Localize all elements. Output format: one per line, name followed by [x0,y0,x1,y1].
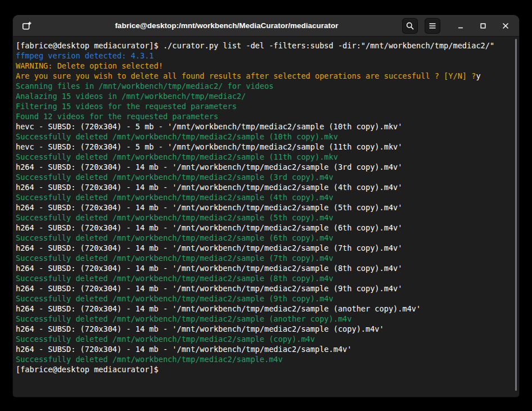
terminal-line: h264 - SUBSD: (720x304) - 14 mb - '/mnt/… [16,324,516,334]
minimize-button[interactable] [453,18,468,34]
window-controls [453,18,513,34]
terminal-text-segment: ffmpeg version detected: 4.3.1 [16,51,154,60]
terminal-text-segment: Successfully deleted /mnt/workbench/tmp/… [16,274,333,283]
scrollbar[interactable] [513,39,519,391]
window-title: fabrice@desktop:/mnt/workbench/MediaCura… [64,21,390,30]
terminal-window: fabrice@desktop:/mnt/workbench/MediaCura… [13,15,519,397]
new-tab-button[interactable] [19,18,34,34]
terminal-text-segment: h264 - SUBSD: (720x304) - 14 mb - '/mnt/… [16,223,402,232]
terminal-line: Are you sure you wish to delete all foun… [16,71,516,81]
terminal-line: h264 - SUBSD: (720x304) - 14 mb - '/mnt/… [16,202,516,213]
terminal-text-segment: h264 - SUBSD: (720x304) - 14 mb - '/mnt/… [16,304,421,313]
terminal-line: [fabrice@desktop mediacurator]$ ./curato… [16,40,516,51]
terminal-text-segment: Scanning files in /mnt/workbench/tmp/med… [16,82,273,91]
terminal-line: Successfully deleted /mnt/workbench/tmp/… [16,192,516,202]
terminal-line: Successfully deleted /mnt/workbench/tmp/… [16,334,516,344]
terminal-text-segment: Successfully deleted /mnt/workbench/tmp/… [16,152,338,161]
terminal-line: Found 12 videos for the requested parame… [16,111,516,121]
terminal-text-segment: h264 - SUBSD: (720x304) - 14 mb - '/mnt/… [16,324,384,333]
terminal-text-segment: h264 - SUBSD: (720x304) - 14 mb - '/mnt/… [16,284,402,293]
terminal-text-segment: Successfully deleted /mnt/workbench/tmp/… [16,314,351,323]
terminal-text-segment: y [476,71,480,80]
minimize-icon [456,21,465,30]
terminal-text-segment: Successfully deleted /mnt/workbench/tmp/… [16,213,333,222]
new-tab-icon [22,21,31,30]
terminal-text-segment: h264 - SUBSD: (720x304) - 14 mb - '/mnt/… [16,162,402,171]
close-button[interactable] [498,18,513,34]
terminal-line: Successfully deleted /mnt/workbench/tmp/… [16,233,516,243]
terminal-text-segment: Are you sure you wish to delete all foun… [16,71,476,80]
terminal-line: Successfully deleted /mnt/workbench/tmp/… [16,152,516,162]
terminal-line: Scanning files in /mnt/workbench/tmp/med… [16,81,516,91]
terminal-text-segment: [fabrice@desktop mediacurator]$ [16,365,163,374]
terminal-text-segment: hevc - SUBSD: (720x304) - 5 mb - '/mnt/w… [16,142,402,151]
terminal-text-segment: h264 - SUBSD: (720x304) - 14 mb - '/mnt/… [16,243,402,252]
terminal-text-segment: Analazing 15 videos in /mnt/workbench/tm… [16,92,246,101]
terminal-line: Successfully deleted /mnt/workbench/tmp/… [16,213,516,223]
terminal-text-segment: Successfully deleted /mnt/workbench/tmp/… [16,132,338,141]
terminal-line: Successfully deleted /mnt/workbench/tmp/… [16,354,516,364]
terminal-text-segment: h264 - SUBSD: (720x304) - 14 mb - '/mnt/… [16,183,402,192]
terminal-line: Successfully deleted /mnt/workbench/tmp/… [16,273,516,283]
terminal-text-segment: Successfully deleted /mnt/workbench/tmp/… [16,173,333,182]
scrollbar-thumb[interactable] [515,39,517,391]
terminal-text-segment: Found 12 videos for the requested parame… [16,112,218,121]
terminal-line: h264 - SUBSD: (720x304) - 14 mb - '/mnt/… [16,243,516,253]
terminal-line: h264 - SUBSD: (720x304) - 14 mb - '/mnt/… [16,182,516,192]
terminal-text-segment: WARNING: Delete option selected! [16,61,163,70]
terminal-line: Analazing 15 videos in /mnt/workbench/tm… [16,91,516,101]
terminal-text-segment: h264 - SUBSD: (720x304) - 14 mb - '/mnt/… [16,264,402,273]
terminal-line: h264 - SUBSD: (720x304) - 14 mb - '/mnt/… [16,162,516,172]
terminal-text-segment: Successfully deleted /mnt/workbench/tmp/… [16,355,283,364]
terminal-line: Successfully deleted /mnt/workbench/tmp/… [16,132,516,142]
terminal-line: Filtering 15 videos for the requested pa… [16,101,516,111]
maximize-icon [479,21,488,30]
terminal-text-segment: Successfully deleted /mnt/workbench/tmp/… [16,335,315,344]
maximize-button[interactable] [475,18,491,34]
terminal-text-segment: Successfully deleted /mnt/workbench/tmp/… [16,254,333,263]
terminal-line: h264 - SUBSD: (720x304) - 14 mb - '/mnt/… [16,304,516,314]
terminal-line: h264 - SUBSD: (720x304) - 14 mb - '/mnt/… [16,283,516,293]
terminal-line: Successfully deleted /mnt/workbench/tmp/… [16,172,516,182]
terminal-line: ffmpeg version detected: 4.3.1 [16,51,516,61]
titlebar[interactable]: fabrice@desktop:/mnt/workbench/MediaCura… [13,15,519,37]
terminal-text-segment: hevc - SUBSD: (720x304) - 5 mb - '/mnt/w… [16,122,402,131]
terminal-text-segment: Successfully deleted /mnt/workbench/tmp/… [16,294,333,303]
terminal-line: Successfully deleted /mnt/workbench/tmp/… [16,293,516,304]
menu-button[interactable] [425,18,440,34]
terminal-line: hevc - SUBSD: (720x304) - 5 mb - '/mnt/w… [16,121,516,132]
terminal-line: Successfully deleted /mnt/workbench/tmp/… [16,253,516,263]
desktop-background: fabrice@desktop:/mnt/workbench/MediaCura… [0,0,532,411]
search-icon [405,21,414,30]
search-button[interactable] [402,18,418,34]
close-icon [501,21,510,30]
terminal[interactable]: [fabrice@desktop mediacurator]$ ./curato… [13,37,519,396]
terminal-line: h264 - SUBSD: (720x304) - 14 mb - '/mnt/… [16,263,516,273]
terminal-line: Successfully deleted /mnt/workbench/tmp/… [16,314,516,324]
terminal-output: [fabrice@desktop mediacurator]$ ./curato… [16,40,516,374]
terminal-text-segment: [fabrice@desktop mediacurator]$ ./curato… [16,41,494,50]
titlebar-right-controls [402,18,513,34]
terminal-line: h264 - SUBSD: (720x304) - 14 mb - '/mnt/… [16,223,516,233]
menu-icon [428,21,437,30]
terminal-text-segment: Filtering 15 videos for the requested pa… [16,102,237,111]
terminal-text-segment: h264 - SUBSD: (720x304) - 14 mb - '/mnt/… [16,203,402,212]
terminal-line: h264 - SUBSD: (720x304) - 14 mb - '/mnt/… [16,344,516,354]
terminal-line: [fabrice@desktop mediacurator]$ [16,364,516,374]
terminal-line: WARNING: Delete option selected! [16,61,516,71]
terminal-text-segment: h264 - SUBSD: (720x304) - 14 mb - '/mnt/… [16,345,351,354]
terminal-text-segment: Successfully deleted /mnt/workbench/tmp/… [16,233,333,242]
terminal-line: hevc - SUBSD: (720x304) - 5 mb - '/mnt/w… [16,142,516,152]
terminal-text-segment: Successfully deleted /mnt/workbench/tmp/… [16,193,333,202]
